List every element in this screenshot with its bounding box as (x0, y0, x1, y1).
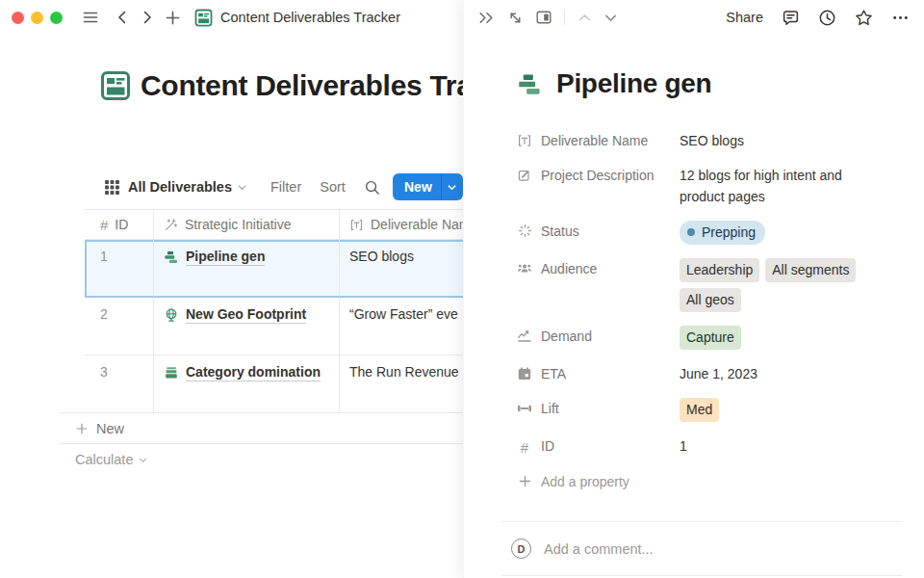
property-label[interactable]: Demand (517, 326, 680, 350)
cell-deliverable-name[interactable]: The Run Revenue S (340, 355, 463, 412)
column-header-strategic-initiative[interactable]: Strategic Initiative (154, 210, 340, 239)
filter-button[interactable]: Filter (270, 179, 301, 195)
audience-tag[interactable]: All segments (765, 258, 856, 282)
page-title[interactable]: Content Deliverables Tracker (141, 69, 463, 102)
audience-tag[interactable]: Leadership (680, 258, 759, 282)
ellipsis-icon (891, 9, 910, 27)
sort-button[interactable]: Sort (320, 179, 346, 195)
page-link[interactable]: Pipeline gen (164, 249, 329, 266)
property-label[interactable]: Audience (517, 258, 680, 312)
side-peek-icon (535, 9, 552, 26)
book-stack-icon (164, 365, 179, 381)
plus-icon (75, 422, 89, 435)
sidebar-toggle-button[interactable] (82, 9, 99, 26)
property-label[interactable]: Deliverable Name (517, 130, 680, 151)
plus-icon (517, 474, 532, 488)
zoom-window-button[interactable] (50, 12, 63, 24)
share-button[interactable]: Share (726, 10, 763, 25)
property-value[interactable]: June 1, 2023 (680, 363, 886, 384)
status-pill[interactable]: Prepping (680, 221, 765, 245)
previous-record-button[interactable] (577, 10, 593, 26)
page-link[interactable]: New Geo Footprint (164, 306, 329, 324)
property-label[interactable]: ETA (517, 363, 680, 384)
column-header-deliverable-name[interactable]: Deliverable Name (340, 210, 463, 239)
cell-strategic-initiative[interactable]: New Geo Footprint (154, 298, 340, 355)
page-icon[interactable] (100, 70, 131, 101)
nav-forward-button[interactable] (140, 10, 155, 25)
titlebar: Content Deliverables Tracker (0, 0, 463, 35)
property-value[interactable]: Prepping (680, 221, 886, 245)
cell-strategic-initiative[interactable]: Pipeline gen (154, 240, 340, 297)
cell-id[interactable]: 1 (85, 240, 154, 297)
view-toolbar: All Deliverables Filter Sort New (104, 173, 463, 200)
page-link[interactable]: Category domination (164, 364, 329, 381)
property-value[interactable]: Capture (680, 326, 886, 350)
column-header-id[interactable]: # ID (85, 210, 154, 239)
grid-view-icon (104, 179, 120, 196)
updates-clock-button[interactable] (818, 9, 836, 27)
view-name[interactable]: All Deliverables (128, 179, 232, 195)
cell-id[interactable]: 2 (85, 298, 154, 355)
nav-back-button[interactable] (115, 10, 130, 25)
cell-deliverable-name[interactable]: SEO blogs (340, 240, 463, 297)
comment-input-row[interactable]: D Add a comment... (501, 522, 902, 575)
comment-input[interactable]: Add a comment... (544, 541, 654, 557)
property-label[interactable]: Status (517, 221, 680, 245)
title-property-icon (349, 218, 364, 232)
property-value[interactable]: Leadership All segments All geos (680, 258, 886, 312)
record-icon[interactable] (517, 71, 543, 97)
property-row-eta: ETA June 1, 2023 (517, 356, 886, 391)
property-row-project-description: Project Description 12 blogs for high in… (517, 158, 886, 214)
favorite-button[interactable] (855, 9, 873, 27)
next-record-button[interactable] (603, 10, 619, 26)
property-value[interactable]: 12 blogs for high intent and product pag… (680, 165, 886, 207)
chevron-down-icon (603, 10, 619, 26)
cell-deliverable-name[interactable]: “Grow Faster” eve (340, 298, 463, 355)
clock-icon (818, 9, 836, 27)
add-property-button[interactable]: Add a property (517, 464, 886, 499)
calculate-button[interactable]: Calculate (60, 444, 463, 475)
property-label[interactable]: Lift (517, 398, 680, 422)
table-row[interactable]: 3 Category domination The Run Revenue S (85, 355, 463, 413)
demand-tag[interactable]: Capture (680, 326, 741, 350)
property-value[interactable]: 1 (680, 435, 886, 458)
cell-id[interactable]: 3 (85, 355, 154, 412)
database-icon (194, 9, 213, 27)
new-dropdown-button[interactable] (442, 182, 463, 193)
property-value[interactable]: SEO blogs (680, 130, 886, 151)
open-full-page-button[interactable] (507, 10, 524, 26)
table-new-row-button[interactable]: New (60, 412, 463, 444)
new-record-button[interactable]: New (393, 173, 463, 200)
cell-strategic-initiative[interactable]: Category domination (154, 355, 340, 412)
new-tab-button[interactable] (165, 10, 181, 26)
minimize-window-button[interactable] (31, 12, 43, 24)
side-peek-mode-button[interactable] (535, 9, 552, 26)
comments-button[interactable] (782, 9, 800, 27)
property-label[interactable]: # ID (517, 435, 680, 458)
property-row-deliverable-name: Deliverable Name SEO blogs (517, 123, 886, 158)
dumbbell-icon (517, 401, 532, 416)
new-button-label: New (393, 179, 432, 195)
view-dropdown-button[interactable] (237, 182, 247, 193)
table-row[interactable]: 1 Pipeline gen SEO blogs (85, 240, 463, 298)
page-options-button[interactable] (891, 9, 910, 27)
property-label[interactable]: Project Description (517, 165, 680, 207)
green-bars-icon (517, 71, 543, 97)
table-view-button[interactable] (104, 179, 120, 196)
tab-title[interactable]: Content Deliverables Tracker (220, 10, 400, 25)
record-title[interactable]: Pipeline gen (556, 68, 711, 99)
property-value[interactable]: Med (680, 398, 886, 422)
lift-tag[interactable]: Med (680, 398, 719, 422)
edit-icon (517, 168, 532, 183)
hash-icon: # (517, 438, 532, 458)
property-row-status: Status Prepping (517, 214, 886, 251)
property-row-id: # ID 1 (517, 429, 886, 464)
property-row-audience: Audience Leadership All segments All geo… (517, 251, 886, 319)
close-peek-button[interactable] (477, 9, 496, 27)
close-window-button[interactable] (12, 12, 24, 24)
search-button[interactable] (364, 179, 380, 196)
calculate-label: Calculate (75, 452, 133, 467)
audience-tag[interactable]: All geos (680, 288, 741, 312)
table-row[interactable]: 2 New Geo Footprint “Grow Faster” eve (85, 298, 463, 355)
trend-chart-icon (517, 328, 532, 344)
